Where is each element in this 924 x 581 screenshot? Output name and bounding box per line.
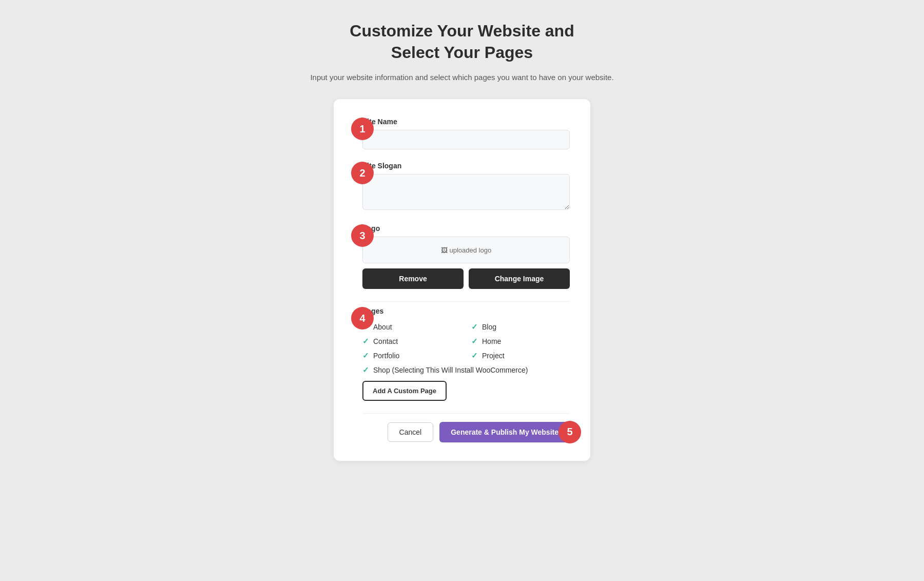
page-item-portfolio[interactable]: ✓ Portfolio xyxy=(362,351,461,360)
footer-wrapper: Generate & Publish My Website 5 xyxy=(439,422,570,442)
check-icon-shop: ✓ xyxy=(362,365,369,375)
page-name-about: About xyxy=(373,323,392,331)
check-icon-project: ✓ xyxy=(471,351,478,360)
remove-logo-button[interactable]: Remove xyxy=(362,268,464,289)
page-item-shop[interactable]: ✓ Shop (Selecting This Will Install WooC… xyxy=(362,365,570,376)
logo-preview-text: uploaded logo xyxy=(441,246,491,254)
step-badge-4: 4 xyxy=(351,307,374,330)
check-icon-portfolio: ✓ xyxy=(362,351,369,360)
site-name-label: Site Name xyxy=(362,118,570,126)
site-slogan-label: Site Slogan xyxy=(362,162,570,170)
step-badge-5: 5 xyxy=(559,421,581,443)
check-icon-blog: ✓ xyxy=(471,322,478,332)
cancel-button[interactable]: Cancel xyxy=(388,422,434,442)
page-title: Customize Your Website and Select Your P… xyxy=(310,21,613,63)
step-badge-1: 1 xyxy=(351,118,374,140)
divider xyxy=(362,301,570,302)
site-name-input[interactable] xyxy=(362,130,570,149)
page-item-contact[interactable]: ✓ Contact xyxy=(362,337,461,346)
page-name-contact: Contact xyxy=(373,337,398,345)
logo-label: Logo xyxy=(362,224,570,233)
pages-grid: ✓ About ✓ Blog ✓ Contact ✓ Home ✓ Portfo… xyxy=(362,322,570,360)
page-name-portfolio: Portfolio xyxy=(373,352,399,360)
logo-buttons: Remove Change Image xyxy=(362,268,570,289)
page-item-about[interactable]: ✓ About xyxy=(362,322,461,332)
logo-preview-box: uploaded logo xyxy=(362,237,570,263)
change-image-button[interactable]: Change Image xyxy=(469,268,570,289)
step-badge-2: 2 xyxy=(351,162,374,184)
card-footer: Cancel Generate & Publish My Website 5 xyxy=(362,413,570,442)
page-name-project: Project xyxy=(482,352,505,360)
page-name-home: Home xyxy=(482,337,501,345)
page-item-project[interactable]: ✓ Project xyxy=(471,351,570,360)
logo-section: 3 Logo uploaded logo Remove Change Image xyxy=(362,224,570,289)
page-name-shop: Shop (Selecting This Will Install WooCom… xyxy=(373,365,528,376)
page-item-home[interactable]: ✓ Home xyxy=(471,337,570,346)
site-slogan-section: 2 Site Slogan xyxy=(362,162,570,212)
add-custom-page-button[interactable]: Add A Custom Page xyxy=(362,381,447,401)
step-badge-3: 3 xyxy=(351,224,374,247)
page-subtitle: Input your website information and selec… xyxy=(310,71,613,84)
site-slogan-input[interactable] xyxy=(362,174,570,210)
page-header: Customize Your Website and Select Your P… xyxy=(310,21,613,84)
check-icon-home: ✓ xyxy=(471,337,478,346)
publish-button[interactable]: Generate & Publish My Website xyxy=(439,422,570,442)
page-name-blog: Blog xyxy=(482,323,496,331)
site-name-section: 1 Site Name xyxy=(362,118,570,149)
pages-label: Pages xyxy=(362,307,570,315)
page-item-blog[interactable]: ✓ Blog xyxy=(471,322,570,332)
form-card: 1 Site Name 2 Site Slogan 3 Logo uploade… xyxy=(334,99,590,461)
pages-section: 4 Pages ✓ About ✓ Blog ✓ Contact ✓ Home … xyxy=(362,307,570,401)
check-icon-contact: ✓ xyxy=(362,337,369,346)
